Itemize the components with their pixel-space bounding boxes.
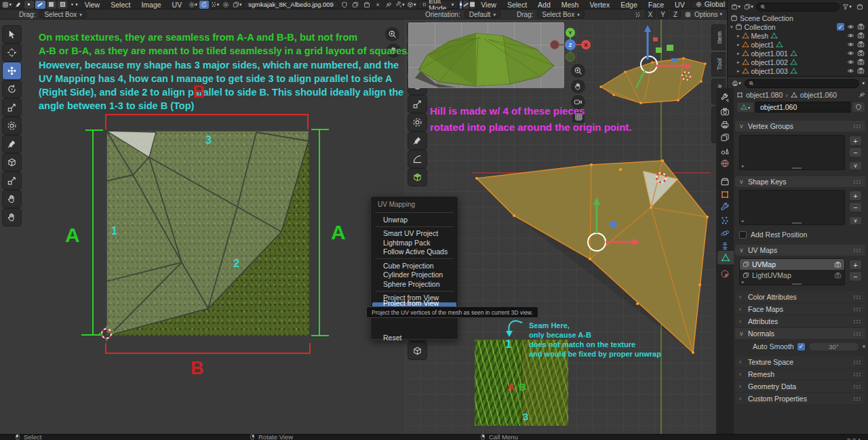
duplicate-image-icon[interactable] bbox=[351, 1, 360, 9]
vp-drag-select[interactable]: Select Box▾ bbox=[537, 10, 584, 18]
proportional-edit-button[interactable] bbox=[221, 1, 231, 9]
orientation-dropdown[interactable]: Default▾ bbox=[465, 10, 500, 18]
vertex-group-specials-button[interactable]: ∨ bbox=[849, 161, 862, 170]
outliner-filter-mode[interactable]: ▾ bbox=[743, 3, 754, 11]
vp-tool-annotate[interactable] bbox=[408, 132, 427, 149]
object-eye-icon[interactable] bbox=[847, 32, 854, 39]
vp-menu-view[interactable]: View bbox=[476, 1, 501, 9]
tab-modifiers[interactable] bbox=[720, 201, 730, 213]
uv-tool-pinch[interactable] bbox=[3, 209, 21, 226]
npanel-tab-item[interactable]: Item bbox=[711, 24, 726, 50]
auto-smooth-checkbox[interactable]: ✓ bbox=[797, 343, 805, 351]
uv-map-remove-button[interactable]: − bbox=[849, 271, 862, 281]
geometry-data-panel-header[interactable]: ›Geometry Data bbox=[735, 381, 865, 392]
fake-user-button[interactable] bbox=[852, 102, 865, 113]
datablock-name-input[interactable]: object1.060 bbox=[755, 102, 850, 113]
tab-render[interactable] bbox=[720, 105, 730, 117]
select-mode-vertex-button[interactable] bbox=[24, 1, 34, 9]
properties-search-input[interactable] bbox=[745, 79, 859, 88]
editor-type-button[interactable]: ▾ bbox=[2, 1, 12, 9]
breadcrumb-object-name[interactable]: object1.080 bbox=[746, 91, 783, 99]
vp-zoom-button[interactable] bbox=[571, 64, 585, 78]
outliner-display-mode[interactable]: ▾ bbox=[730, 3, 741, 11]
custom-properties-panel-header[interactable]: ›Custom Properties bbox=[735, 393, 865, 404]
object-eye-icon[interactable] bbox=[847, 58, 854, 66]
uv-map-row[interactable]: LightUVMap bbox=[740, 270, 844, 281]
outliner-object-row[interactable]: ▸ object1.002 bbox=[728, 58, 868, 66]
image-name-field[interactable]: sgmkajak_8K_Albedo.jpg.009 bbox=[243, 1, 338, 8]
uv-tool-select-box[interactable] bbox=[3, 26, 21, 43]
options-dropdown[interactable]: Options▾ bbox=[694, 11, 722, 18]
uv-tool-rotate[interactable] bbox=[3, 81, 21, 98]
axis-x-toggle[interactable]: X bbox=[645, 10, 656, 18]
object-camera-icon[interactable] bbox=[857, 32, 865, 39]
uv-menu-select[interactable]: Select bbox=[106, 1, 135, 9]
gizmo-toggle-icon[interactable] bbox=[633, 10, 644, 18]
menu-item-follow-active-quads[interactable]: Follow Active Quads bbox=[371, 247, 458, 257]
uv-drag-select[interactable]: Select Box▾ bbox=[39, 10, 86, 18]
vertex-group-add-button[interactable]: + bbox=[849, 136, 862, 146]
edge-select-button[interactable] bbox=[463, 1, 469, 9]
uv-tool-relax[interactable] bbox=[3, 191, 21, 207]
animate-property-dot[interactable] bbox=[863, 345, 865, 348]
tab-physics[interactable] bbox=[720, 226, 730, 239]
uv-tool-rip-region[interactable] bbox=[3, 154, 21, 171]
tab-scene[interactable] bbox=[720, 144, 730, 156]
snap-options-icon[interactable] bbox=[682, 10, 693, 18]
texture-space-panel-header[interactable]: ›Texture Space bbox=[735, 357, 865, 367]
object-camera-icon[interactable] bbox=[857, 58, 865, 66]
pivot-point-button[interactable]: ▾ bbox=[188, 1, 197, 9]
select-mode-face-button[interactable] bbox=[47, 1, 56, 9]
tab-object[interactable] bbox=[720, 188, 730, 200]
add-rest-position-checkbox[interactable] bbox=[739, 231, 747, 239]
tab-world[interactable] bbox=[720, 157, 730, 169]
shape-key-specials-button[interactable]: ∨ bbox=[849, 216, 862, 225]
object-camera-icon[interactable] bbox=[857, 49, 865, 57]
uv-tool-transform[interactable] bbox=[3, 117, 21, 134]
uv-texture-image[interactable] bbox=[106, 131, 309, 336]
normals-panel-header[interactable]: ∨Normals bbox=[735, 328, 865, 339]
object-camera-icon[interactable] bbox=[857, 41, 865, 48]
menu-item-cube-projection[interactable]: Cube Projection bbox=[371, 261, 458, 271]
collection-eye-icon[interactable] bbox=[847, 23, 854, 31]
uv-sync-icon[interactable] bbox=[13, 1, 22, 9]
vp-menu-edge[interactable]: Edge bbox=[616, 1, 642, 9]
shape-keys-list[interactable]: ▸ bbox=[739, 190, 845, 225]
tab-object-data[interactable] bbox=[717, 251, 734, 264]
color-attributes-panel-header[interactable]: ›Color Attributes bbox=[735, 292, 865, 302]
snap-mode-button[interactable]: ▾ bbox=[210, 1, 220, 9]
remesh-panel-header[interactable]: ›Remesh bbox=[735, 369, 865, 380]
vp-menu-face[interactable]: Face bbox=[644, 1, 669, 9]
vp-menu-add[interactable]: Add bbox=[533, 1, 555, 9]
vp-tool-bevel[interactable] bbox=[408, 342, 427, 359]
shape-keys-panel-header[interactable]: ∨Shape Keys bbox=[735, 176, 865, 187]
axis-y-toggle[interactable]: Y bbox=[657, 10, 669, 18]
npanel-tab-tool[interactable]: Tool bbox=[711, 52, 726, 77]
unlink-image-button[interactable]: × bbox=[373, 1, 382, 9]
snap-toggle-button[interactable] bbox=[199, 1, 209, 9]
vp-menu-uv[interactable]: UV bbox=[670, 1, 690, 9]
uv-tool-annotate[interactable] bbox=[3, 136, 21, 153]
uv-map-render-icon[interactable] bbox=[834, 261, 842, 268]
breadcrumb-data-name[interactable]: object1.060 bbox=[800, 91, 837, 99]
uv-tool-move[interactable] bbox=[3, 62, 21, 79]
viewport-editor-type-button[interactable]: ▾ bbox=[407, 1, 416, 9]
properties-filter-dropdown[interactable]: ▾ bbox=[862, 81, 865, 86]
uv-map-render-off-icon[interactable] bbox=[834, 272, 842, 279]
uv-menu-view[interactable]: View bbox=[80, 1, 105, 9]
object-eye-icon[interactable] bbox=[847, 67, 854, 75]
shape-key-add-button[interactable]: + bbox=[849, 191, 862, 201]
uv-tool-cursor[interactable] bbox=[3, 44, 21, 61]
uv-menu-image[interactable]: Image bbox=[136, 1, 165, 9]
new-collection-button[interactable] bbox=[854, 3, 865, 11]
uv-tool-grab[interactable] bbox=[3, 172, 21, 189]
menu-item-reset[interactable]: Reset bbox=[371, 334, 458, 343]
collection-checkbox[interactable]: ✓ bbox=[837, 23, 844, 31]
outliner-filter-icon[interactable]: ▾ bbox=[842, 3, 852, 11]
outliner-object-row[interactable]: ▸ object1.003 bbox=[728, 66, 868, 75]
vp-tool-measure[interactable] bbox=[408, 151, 427, 167]
object-eye-icon[interactable] bbox=[847, 49, 854, 57]
outliner-search-input[interactable] bbox=[756, 3, 840, 12]
uv-map-add-button[interactable]: + bbox=[849, 260, 862, 270]
breadcrumb-pin-icon[interactable] bbox=[859, 92, 865, 98]
